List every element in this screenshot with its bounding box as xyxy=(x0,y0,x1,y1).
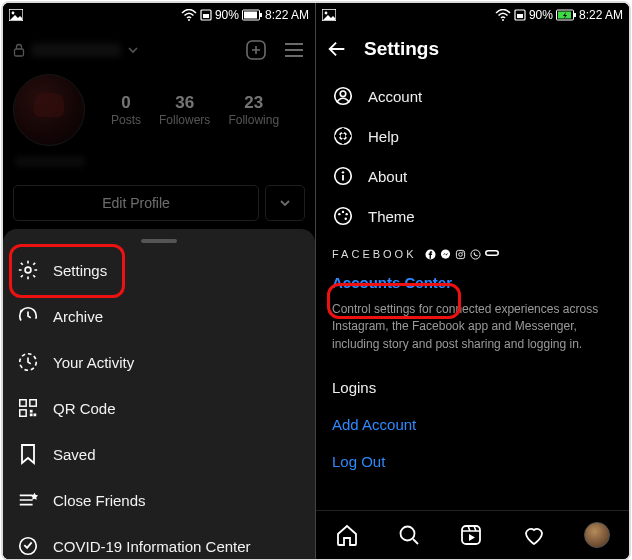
home-icon[interactable] xyxy=(335,523,359,547)
qr-icon xyxy=(17,397,39,419)
menu-activity[interactable]: Your Activity xyxy=(3,339,315,385)
whatsapp-icon xyxy=(470,249,481,260)
account-icon xyxy=(332,85,354,107)
svg-rect-17 xyxy=(34,414,37,417)
lock-icon xyxy=(13,43,25,57)
menu-saved-label: Saved xyxy=(53,446,96,463)
svg-point-29 xyxy=(340,91,346,97)
svg-point-42 xyxy=(458,252,462,256)
edit-profile-label: Edit Profile xyxy=(102,195,170,211)
log-out-label: Log Out xyxy=(332,453,385,470)
reels-icon[interactable] xyxy=(459,523,483,547)
status-bar: 90% 8:22 AM xyxy=(316,3,629,26)
svg-rect-7 xyxy=(244,12,257,19)
help-icon xyxy=(332,125,354,147)
menu-archive-label: Archive xyxy=(53,308,103,325)
facebook-section: FACEBOOK Accounts Center Control setting… xyxy=(316,236,629,470)
username-blurred xyxy=(31,43,121,57)
accounts-center-description: Control settings for connected experienc… xyxy=(332,301,613,353)
svg-point-44 xyxy=(470,249,479,258)
svg-point-22 xyxy=(502,19,504,21)
svg-point-31 xyxy=(340,133,346,139)
edit-profile-button[interactable]: Edit Profile xyxy=(13,185,259,221)
svg-point-43 xyxy=(462,251,463,252)
stat-posts[interactable]: 0 Posts xyxy=(111,93,141,127)
svg-rect-24 xyxy=(517,14,523,18)
stat-followers[interactable]: 36 Followers xyxy=(159,93,210,127)
hamburger-icon[interactable] xyxy=(283,41,305,59)
covid-info-icon xyxy=(17,535,39,557)
battery-percent: 90% xyxy=(215,8,239,22)
menu-settings-label: Settings xyxy=(53,262,107,279)
svg-point-38 xyxy=(345,218,347,220)
menu-qr[interactable]: QR Code xyxy=(3,385,315,431)
accounts-center-label: Accounts Center xyxy=(332,274,452,291)
log-out-link[interactable]: Log Out xyxy=(332,453,613,470)
add-account-label: Add Account xyxy=(332,416,416,433)
settings-about[interactable]: About xyxy=(316,156,629,196)
suggested-people-button[interactable] xyxy=(265,185,305,221)
settings-account[interactable]: Account xyxy=(316,76,629,116)
options-bottom-sheet: Settings Archive Your Activity QR Code S… xyxy=(3,229,315,559)
phone-profile-menu: 90% 8:22 AM xyxy=(3,3,316,559)
avatar[interactable] xyxy=(13,74,85,146)
menu-settings[interactable]: Settings xyxy=(3,247,315,293)
info-icon xyxy=(332,165,354,187)
phone-settings: 90% 8:22 AM Settings Account Help About xyxy=(316,3,629,559)
sim-icon xyxy=(514,9,526,21)
clock: 8:22 AM xyxy=(579,8,623,22)
bookmark-icon xyxy=(18,443,38,465)
menu-archive[interactable]: Archive xyxy=(3,293,315,339)
settings-help-label: Help xyxy=(368,128,399,145)
menu-covid-label: COVID-19 Information Center xyxy=(53,538,251,555)
svg-rect-6 xyxy=(260,13,262,17)
fb-icon xyxy=(425,249,436,260)
back-arrow-icon[interactable] xyxy=(326,38,348,60)
heart-icon[interactable] xyxy=(522,523,546,547)
two-phone-composite: 90% 8:22 AM xyxy=(1,1,631,560)
menu-saved[interactable]: Saved xyxy=(3,431,315,477)
svg-rect-16 xyxy=(30,410,33,413)
settings-header: Settings xyxy=(316,26,629,72)
svg-point-40 xyxy=(440,249,449,258)
profile-stats: 0 Posts 36 Followers 23 Following xyxy=(111,93,279,127)
facebook-label: FACEBOOK xyxy=(332,248,417,260)
stat-following[interactable]: 23 Following xyxy=(228,93,279,127)
menu-close-friends-label: Close Friends xyxy=(53,492,146,509)
menu-close-friends[interactable]: Close Friends xyxy=(3,477,315,523)
svg-point-36 xyxy=(342,211,344,213)
close-friends-icon xyxy=(17,489,39,511)
svg-rect-8 xyxy=(15,49,24,56)
grab-handle[interactable] xyxy=(141,239,177,243)
add-account-link[interactable]: Add Account xyxy=(332,416,613,433)
facebook-brand-icons xyxy=(425,249,499,260)
svg-rect-41 xyxy=(456,250,464,258)
clock: 8:22 AM xyxy=(265,8,309,22)
svg-rect-13 xyxy=(20,400,26,406)
sim-icon xyxy=(200,9,212,21)
svg-rect-4 xyxy=(203,14,209,18)
settings-help[interactable]: Help xyxy=(316,116,629,156)
status-bar: 90% 8:22 AM xyxy=(3,3,315,26)
settings-title: Settings xyxy=(364,38,439,60)
oculus-icon xyxy=(485,249,499,257)
svg-point-37 xyxy=(345,213,347,215)
theme-icon xyxy=(332,205,354,227)
chevron-down-icon xyxy=(278,196,292,210)
settings-theme-label: Theme xyxy=(368,208,415,225)
battery-percent: 90% xyxy=(529,8,553,22)
profile-nav-avatar[interactable] xyxy=(584,522,610,548)
settings-account-label: Account xyxy=(368,88,422,105)
messenger-icon xyxy=(440,249,451,260)
settings-theme[interactable]: Theme xyxy=(316,196,629,236)
svg-point-21 xyxy=(325,12,328,15)
settings-about-label: About xyxy=(368,168,407,185)
bottom-nav xyxy=(316,510,629,559)
new-post-icon[interactable] xyxy=(245,39,267,61)
svg-point-1 xyxy=(12,12,15,15)
instagram-icon xyxy=(455,249,466,260)
search-icon[interactable] xyxy=(397,523,421,547)
menu-covid[interactable]: COVID-19 Information Center xyxy=(3,523,315,559)
accounts-center-link[interactable]: Accounts Center xyxy=(332,274,613,291)
svg-point-35 xyxy=(338,213,340,215)
